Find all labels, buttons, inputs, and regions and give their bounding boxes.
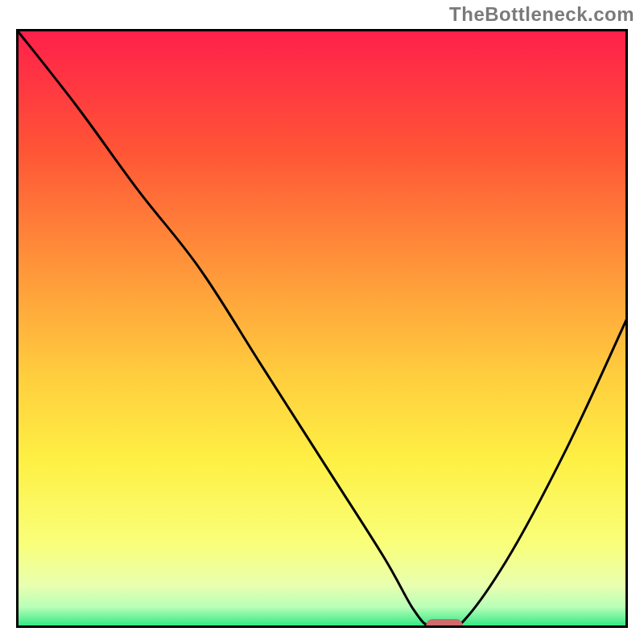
chart-svg: [16, 29, 628, 628]
gradient-background: [16, 29, 628, 628]
watermark-text: TheBottleneck.com: [449, 3, 634, 26]
chart-container: TheBottleneck.com: [0, 0, 644, 644]
plot-area: [16, 29, 628, 628]
